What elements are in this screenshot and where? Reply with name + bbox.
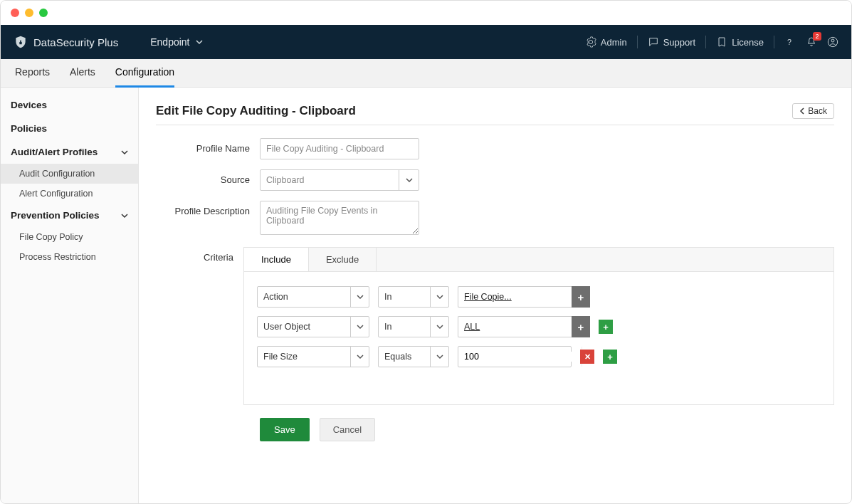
chevron-down-icon	[430, 317, 448, 337]
main-tabbar: Reports Alerts Configuration	[1, 59, 851, 88]
tab-configuration[interactable]: Configuration	[115, 59, 174, 88]
chevron-down-icon	[350, 287, 369, 307]
criteria-tab-include[interactable]: Include	[244, 248, 309, 271]
source-label: Source	[156, 169, 260, 185]
criteria-field-select[interactable]: File Size	[257, 346, 369, 367]
profile-name-label: Profile Name	[156, 138, 260, 154]
main-content: Edit File Copy Auditing - Clipboard Back…	[139, 88, 851, 503]
criteria-tab-exclude[interactable]: Exclude	[309, 248, 377, 271]
back-button[interactable]: Back	[792, 103, 834, 119]
criteria-value-number[interactable]: ▲ ▼	[458, 346, 572, 367]
source-select[interactable]: Clipboard	[260, 169, 419, 191]
profile-description-textarea[interactable]	[260, 201, 419, 235]
chevron-down-icon	[430, 287, 448, 307]
help-icon: ?	[784, 36, 796, 48]
maximize-window-button[interactable]	[39, 9, 48, 17]
criteria-operator-select[interactable]: Equals	[378, 346, 449, 367]
sidebar-sub-audit-configuration[interactable]: Audit Configuration	[1, 164, 138, 184]
user-menu[interactable]	[827, 36, 838, 48]
profile-name-input[interactable]	[260, 138, 419, 159]
sidebar-sub-alert-configuration[interactable]: Alert Configuration	[1, 184, 138, 204]
add-row-button[interactable]: +	[599, 320, 613, 334]
add-value-button[interactable]: +	[572, 316, 590, 337]
notifications-button[interactable]: 2	[806, 36, 817, 48]
chevron-down-icon	[121, 149, 128, 156]
module-name: Endpoint	[150, 36, 189, 48]
minimize-window-button[interactable]	[25, 9, 33, 17]
chevron-down-icon	[121, 212, 128, 219]
sidebar-item-prevention-policies[interactable]: Prevention Policies	[1, 204, 138, 227]
add-value-button[interactable]: +	[572, 286, 590, 308]
criteria-value-link[interactable]: ALL	[458, 316, 572, 337]
brand: DataSecurity Plus	[14, 35, 118, 49]
license-icon	[716, 36, 727, 48]
criteria-row: File Size Equals ▲	[257, 346, 821, 367]
remove-row-button[interactable]: ✕	[580, 350, 594, 364]
app-header: DataSecurity Plus Endpoint Admin Support…	[1, 25, 851, 59]
svg-text:?: ?	[787, 38, 791, 46]
sidebar-item-audit-alert-profiles[interactable]: Audit/Alert Profiles	[1, 140, 138, 164]
criteria-operator-select[interactable]: In	[378, 286, 449, 308]
file-size-input[interactable]	[458, 352, 582, 362]
chevron-down-icon	[196, 38, 203, 46]
criteria-row: Action In File Copie...	[257, 286, 821, 308]
chevron-down-icon	[350, 347, 369, 367]
chevron-down-icon	[399, 170, 419, 190]
page-title: Edit File Copy Auditing - Clipboard	[156, 104, 356, 118]
criteria-field-select[interactable]: Action	[257, 286, 369, 308]
support-link[interactable]: Support	[648, 36, 696, 48]
criteria-label: Criteria	[156, 247, 243, 263]
sidebar-sub-process-restriction[interactable]: Process Restriction	[1, 247, 138, 267]
sidebar-sub-file-copy-policy[interactable]: File Copy Policy	[1, 227, 138, 247]
add-row-button[interactable]: +	[603, 350, 617, 364]
brand-text: DataSecurity Plus	[33, 36, 118, 48]
close-window-button[interactable]	[11, 9, 19, 17]
tab-alerts[interactable]: Alerts	[70, 59, 95, 88]
tab-reports[interactable]: Reports	[15, 59, 50, 88]
criteria-operator-select[interactable]: In	[378, 316, 449, 337]
description-label: Profile Description	[156, 201, 260, 216]
save-button[interactable]: Save	[260, 418, 310, 441]
chat-icon	[648, 36, 659, 48]
chevron-down-icon	[430, 347, 448, 367]
chevron-down-icon	[350, 317, 369, 337]
shield-lock-icon	[14, 35, 28, 49]
window-titlebar	[1, 1, 851, 25]
sidebar: Devices Policies Audit/Alert Profiles Au…	[1, 88, 139, 503]
sidebar-item-policies[interactable]: Policies	[1, 117, 138, 140]
sidebar-item-devices[interactable]: Devices	[1, 93, 138, 117]
module-switcher[interactable]: Endpoint	[150, 36, 202, 48]
criteria-panel: Include Exclude Action In	[243, 247, 834, 405]
svg-point-2	[831, 39, 834, 42]
criteria-row: User Object In ALL	[257, 316, 821, 337]
cancel-button[interactable]: Cancel	[320, 418, 375, 441]
gear-icon	[585, 36, 596, 48]
admin-link[interactable]: Admin	[585, 36, 627, 48]
chevron-left-icon	[799, 107, 805, 115]
help-link[interactable]: ?	[784, 36, 796, 48]
notification-badge: 2	[813, 32, 821, 41]
user-icon	[827, 36, 838, 48]
license-link[interactable]: License	[716, 36, 764, 48]
criteria-field-select[interactable]: User Object	[257, 316, 369, 337]
criteria-value-link[interactable]: File Copie...	[458, 286, 572, 308]
